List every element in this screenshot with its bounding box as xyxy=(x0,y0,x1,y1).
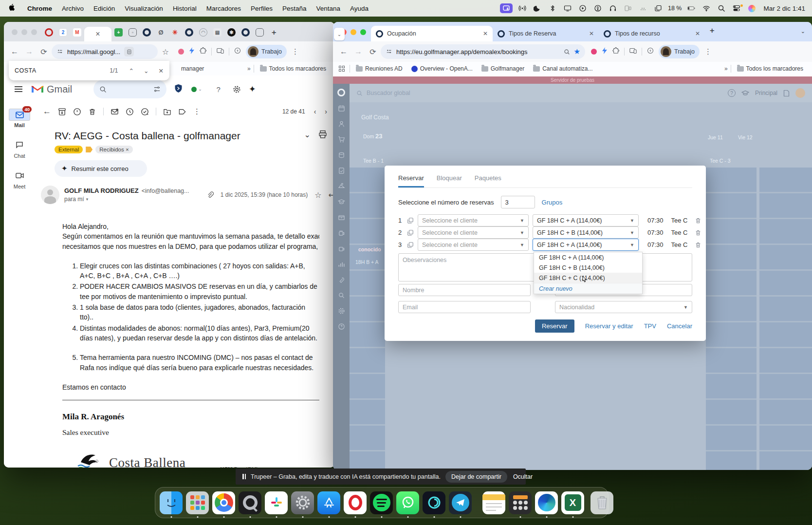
wifi-icon[interactable] xyxy=(701,4,712,13)
nacionalidad-select[interactable]: Nacionalidad▼ xyxy=(555,301,692,313)
apple-menu-icon[interactable] xyxy=(9,4,16,13)
delete-row-icon[interactable] xyxy=(695,229,701,236)
new-tab-button[interactable]: ＋ xyxy=(270,28,278,37)
bluetooth-icon[interactable] xyxy=(547,4,558,13)
delete-icon[interactable] xyxy=(88,108,96,116)
stop-sharing-button[interactable]: Dejar de compartir xyxy=(445,471,507,483)
menu-historial[interactable]: Historial xyxy=(168,5,202,12)
tab-favicon-sheets[interactable]: + xyxy=(114,28,123,37)
menu-marcadores[interactable]: Marcadores xyxy=(202,5,246,12)
zoom-page-icon[interactable] xyxy=(564,49,570,55)
product-select[interactable]: GF 18H C + A (114,00€)▼ xyxy=(533,214,639,226)
reservas-count-input[interactable] xyxy=(501,196,535,208)
tab-favicon-record[interactable] xyxy=(45,28,53,37)
battery-icon[interactable] xyxy=(686,4,697,13)
forward-button[interactable]: → xyxy=(22,45,36,58)
client-select[interactable]: Seleccione el cliente▼ xyxy=(418,239,529,251)
dock-spotify-icon[interactable] xyxy=(370,491,393,514)
duplicate-row-icon[interactable] xyxy=(407,217,414,224)
display-icon[interactable] xyxy=(562,4,573,13)
back-button[interactable]: ← xyxy=(337,45,351,58)
menu-ventana[interactable]: Ventana xyxy=(311,5,345,12)
mark-unread-icon[interactable] xyxy=(111,108,119,116)
bookmark-star-filled-icon[interactable]: ★ xyxy=(574,47,580,56)
stage-dots-icon[interactable] xyxy=(638,4,648,13)
dock-quicktime-icon[interactable] xyxy=(239,491,261,514)
dock-chrome-icon[interactable] xyxy=(212,491,235,514)
tab-favicon-gm2[interactable] xyxy=(185,28,193,37)
energy-icon[interactable] xyxy=(234,47,241,56)
menu-archivo[interactable]: Archivo xyxy=(57,5,89,12)
reservar-y-editar-button[interactable]: Reservar y editar xyxy=(585,322,633,330)
menu-app-name[interactable]: Chrome xyxy=(22,5,57,12)
tab-favicon-gm3[interactable] xyxy=(241,28,250,37)
menu-visualizacion[interactable]: Visualización xyxy=(120,5,168,12)
sender-avatar[interactable] xyxy=(41,186,59,204)
back-button[interactable]: ← xyxy=(8,45,21,58)
older-email-icon[interactable]: › xyxy=(325,108,327,115)
crear-nuevo-link[interactable]: Crear nuevo xyxy=(534,283,642,294)
zoom-window-button[interactable] xyxy=(31,29,37,35)
forward-button[interactable]: → xyxy=(351,45,365,58)
tab-favicon-generic1[interactable]: ▫ xyxy=(129,28,137,37)
cancelar-button[interactable]: Cancelar xyxy=(667,322,692,330)
bookmark-overview-openai[interactable]: Overview - OpenA... xyxy=(408,65,476,72)
spotlight-search-icon[interactable] xyxy=(716,4,727,13)
url-bar[interactable]: https://eu.golfmanager.app/demoalex/book… xyxy=(381,44,585,59)
product-select[interactable]: GF 18H C + B (114,00€)▼ xyxy=(533,226,639,239)
dock-calculator-icon[interactable] xyxy=(509,491,532,514)
tab-favicon-spark[interactable]: ✳ xyxy=(171,28,179,37)
client-select[interactable]: Seleccione el cliente▼ xyxy=(418,214,529,226)
media-app-icon[interactable] xyxy=(746,4,757,13)
inbox-label[interactable]: Recibidos × xyxy=(95,146,132,153)
tab-favicon-gm1[interactable] xyxy=(143,28,151,37)
dropdown-option-b[interactable]: GF 18H C + B (114,00€) xyxy=(534,262,642,273)
reload-button[interactable]: ⟳ xyxy=(366,45,380,58)
energy-icon[interactable] xyxy=(647,47,654,56)
find-query[interactable]: COSTA xyxy=(15,67,37,74)
tpv-button[interactable]: TPV xyxy=(644,322,656,330)
bookmark-partial[interactable]: manager xyxy=(178,65,207,72)
collapse-all-icon[interactable]: ⌄ xyxy=(304,130,311,139)
accessibility-icon[interactable] xyxy=(592,4,603,13)
focus-moon-icon[interactable] xyxy=(532,4,543,13)
close-tab-icon[interactable]: ✕ xyxy=(589,30,594,37)
rail-meet[interactable]: Meet xyxy=(9,169,30,189)
active-tab-gmail[interactable]: × xyxy=(84,27,111,41)
product-select-focused[interactable]: GF 18H C + A (114,00€)▼ xyxy=(533,239,639,251)
important-marker-icon[interactable] xyxy=(86,147,92,152)
reload-button[interactable]: ⟳ xyxy=(37,45,51,58)
control-center-icon[interactable] xyxy=(731,4,742,13)
tab-reservar[interactable]: Reservar xyxy=(398,174,424,188)
tab-favicon-openai[interactable]: ✻ xyxy=(227,28,236,37)
ext-pink-icon[interactable] xyxy=(591,49,597,55)
tab-favicon-globe[interactable]: ◠ xyxy=(199,28,207,37)
back-to-inbox-icon[interactable]: ← xyxy=(43,107,51,116)
screen-sharing-indicator-icon[interactable] xyxy=(500,3,513,13)
gmail-hamburger-icon[interactable] xyxy=(11,82,26,96)
dock-slack-icon[interactable] xyxy=(265,491,288,514)
tab-tipos-de-recurso[interactable]: Tipos de recurso✕ xyxy=(599,26,705,41)
ext-flash-icon[interactable] xyxy=(602,47,608,56)
email-input[interactable] xyxy=(398,301,531,313)
gmail-settings-gear-icon[interactable] xyxy=(230,82,244,96)
tab-favicon-calendar[interactable]: 2 xyxy=(59,28,67,37)
find-next-icon[interactable]: ⌄ xyxy=(144,67,148,75)
extensions-puzzle-icon[interactable] xyxy=(200,47,206,56)
menu-perfiles[interactable]: Perfiles xyxy=(246,5,277,12)
profile-chip[interactable]: Trabajo xyxy=(246,45,287,58)
delete-row-icon[interactable] xyxy=(695,242,701,248)
bookmark-reuniones-ad[interactable]: Reuniones AD xyxy=(353,65,406,72)
bookmark-canal-automatiza[interactable]: Canal automatiza... xyxy=(530,65,595,72)
menu-edicion[interactable]: Edición xyxy=(89,5,120,12)
device-toolbar-icon[interactable] xyxy=(217,47,224,56)
dropdown-option-c[interactable]: GF 18H C + C (114,00€) xyxy=(534,273,642,283)
bookmark-all-bookmarks[interactable]: Todos los marcadores xyxy=(257,65,329,72)
doc-search-icon[interactable] xyxy=(124,47,134,56)
dock-whatsapp-icon[interactable] xyxy=(396,491,419,514)
menu-ayuda[interactable]: Ayuda xyxy=(345,5,373,12)
bookmark-golfmanager[interactable]: Golfmanager xyxy=(479,65,527,72)
archive-icon[interactable] xyxy=(58,108,66,116)
tab-favicon-slash[interactable]: Ø xyxy=(157,28,165,37)
tab-favicon-generic2[interactable] xyxy=(256,28,264,37)
